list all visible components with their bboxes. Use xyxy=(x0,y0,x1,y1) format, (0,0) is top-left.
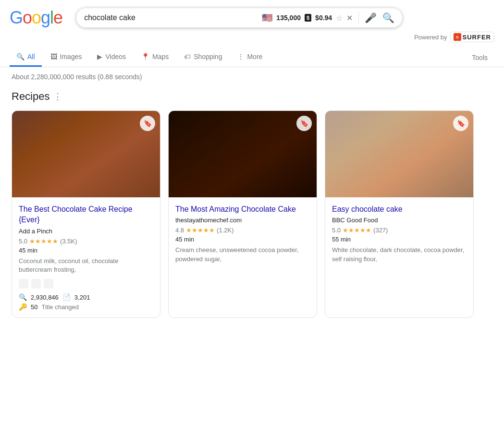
recipe-image-placeholder-3 xyxy=(325,111,473,197)
recipe-image-2: 🔖 xyxy=(169,111,317,197)
logo-o2: o xyxy=(32,8,41,28)
rating-stars-2: ★★★★★ xyxy=(186,227,215,234)
tab-videos[interactable]: ▶ Videos xyxy=(90,48,133,67)
search-submit-icon[interactable]: 🔍 xyxy=(382,12,394,24)
tab-images[interactable]: 🖼 Images xyxy=(44,48,89,67)
favorite-star-icon[interactable]: ☆ xyxy=(336,13,343,23)
logo-g2: g xyxy=(41,8,50,28)
bookmark-icon-3: 🔖 xyxy=(457,120,465,127)
cpc-badge: $ xyxy=(305,14,311,22)
recipe-card-1: 🔖 The Best Chocolate Cake Recipe {Ever} … xyxy=(12,110,160,318)
clear-search-icon[interactable]: ✕ xyxy=(346,13,353,23)
tab-shopping[interactable]: 🏷 Shopping xyxy=(177,48,229,67)
tab-videos-label: Videos xyxy=(105,53,126,60)
logo-e: e xyxy=(53,8,62,28)
rating-count-1: (3.5K) xyxy=(60,238,77,245)
recipe-source-2: thestayathomechef.com xyxy=(175,217,310,224)
recipe-image-placeholder-2 xyxy=(169,111,317,197)
logo-o1: o xyxy=(23,8,32,28)
powered-by-bar: Powered by S SURFER xyxy=(0,32,504,46)
surfer-brand-text: SURFER xyxy=(463,34,491,41)
header: Google 🇺🇸 135,000 $ $0.94 ☆ ✕ 🎤 🔍 xyxy=(0,0,504,32)
recipe-title-2[interactable]: The Most Amazing Chocolate Cake xyxy=(175,204,310,215)
recipe-source-1: Add a Pinch xyxy=(19,228,153,235)
search-stat-value: 2,930,846 xyxy=(31,294,59,301)
tab-images-label: Images xyxy=(60,53,82,60)
logo-l: l xyxy=(50,8,53,28)
results-count-text: About 2,280,000,000 results (0.88 second… xyxy=(12,73,142,81)
recipe-tag-1a xyxy=(19,279,28,289)
surfer-badge: S SURFER xyxy=(450,32,494,42)
recipe-tags-1 xyxy=(19,279,153,289)
bookmark-icon-2: 🔖 xyxy=(300,120,308,127)
recipe-card-2: 🔖 The Most Amazing Chocolate Cake thesta… xyxy=(168,110,317,318)
tab-more-label: More xyxy=(247,53,262,60)
bookmark-button-1[interactable]: 🔖 xyxy=(140,116,155,131)
recipe-ingredients-1: Coconut milk, coconut oil, chocolate but… xyxy=(19,257,153,274)
title-changed-label: Title changed xyxy=(41,303,79,311)
tab-all[interactable]: 🔍 All xyxy=(10,48,42,67)
tab-shopping-label: Shopping xyxy=(194,53,222,60)
recipe-rating-1: 5.0 ★★★★★ (3.5K) xyxy=(19,238,153,245)
rating-score-2: 4.8 xyxy=(175,227,184,234)
recipe-stats-1: 🔍 2,930,846 📄 3,201 🔑 50 Title changed xyxy=(19,293,153,311)
search-stat-icon: 🔍 xyxy=(19,293,27,301)
us-flag-icon: 🇺🇸 xyxy=(262,12,272,23)
page-stat-icon: 📄 xyxy=(62,293,71,301)
recipe-time-2: 45 min xyxy=(175,236,310,243)
recipe-cards-container: 🔖 The Best Chocolate Cake Recipe {Ever} … xyxy=(12,110,492,318)
cpc-value: $0.94 xyxy=(315,14,332,22)
search-input[interactable] xyxy=(84,13,256,22)
recipe-title-3[interactable]: Easy chocolate cake xyxy=(332,204,467,215)
logo-g: G xyxy=(10,8,23,28)
recipe-stat-row-key: 🔑 50 Title changed xyxy=(19,303,153,311)
tools-button[interactable]: Tools xyxy=(465,49,494,66)
search-volume: 135,000 xyxy=(276,14,301,22)
recipe-image-1: 🔖 xyxy=(12,111,160,197)
images-tab-icon: 🖼 xyxy=(50,53,57,60)
recipe-card-3: 🔖 Easy chocolate cake BBC Good Food 5.0 … xyxy=(325,110,474,318)
search-meta: 🇺🇸 135,000 $ $0.94 ☆ ✕ xyxy=(262,12,353,23)
recipe-time-3: 55 min xyxy=(332,236,467,243)
rating-score-1: 5.0 xyxy=(19,238,27,245)
recipe-source-3: BBC Good Food xyxy=(332,217,467,224)
tab-more[interactable]: ⋮ More xyxy=(231,48,269,67)
rating-score-3: 5.0 xyxy=(332,227,341,234)
tab-maps[interactable]: 📍 Maps xyxy=(135,48,175,67)
recipes-more-options-icon[interactable]: ⋮ xyxy=(53,91,62,102)
tab-all-label: All xyxy=(27,53,35,60)
results-summary: About 2,280,000,000 results (0.88 second… xyxy=(0,67,504,86)
key-stat-icon: 🔑 xyxy=(19,303,27,311)
search-bar[interactable]: 🇺🇸 135,000 $ $0.94 ☆ ✕ 🎤 🔍 xyxy=(76,8,403,28)
google-logo: Google xyxy=(10,8,62,28)
microphone-icon[interactable]: 🎤 xyxy=(365,12,377,24)
recipes-section: Recipes ⋮ 🔖 The Best Chocolate Cake Reci… xyxy=(0,86,504,327)
recipe-time-1: 45 min xyxy=(19,247,153,254)
bookmark-button-2[interactable]: 🔖 xyxy=(296,116,312,131)
powered-by-text: Powered by xyxy=(414,34,447,41)
rating-stars-3: ★★★★★ xyxy=(343,227,371,234)
recipe-image-3: 🔖 xyxy=(325,111,473,197)
bookmark-button-3[interactable]: 🔖 xyxy=(453,116,468,131)
recipe-ingredients-3: White chocolate, dark chocolate, cocoa p… xyxy=(332,246,467,263)
recipes-section-title: Recipes xyxy=(12,90,49,103)
recipe-ingredients-2: Cream cheese, unsweetened cocoa powder, … xyxy=(175,246,310,263)
nav-tabs: 🔍 All 🖼 Images ▶ Videos 📍 Maps 🏷 Shoppin… xyxy=(0,46,504,67)
tab-maps-label: Maps xyxy=(152,53,169,60)
powered-by: Powered by S SURFER xyxy=(414,32,494,42)
recipe-info-1: The Best Chocolate Cake Recipe {Ever} Ad… xyxy=(12,197,160,317)
recipe-stat-row-search: 🔍 2,930,846 📄 3,201 xyxy=(19,293,153,301)
bookmark-icon-1: 🔖 xyxy=(144,120,152,127)
maps-tab-icon: 📍 xyxy=(141,53,149,60)
rating-count-3: (327) xyxy=(373,227,388,234)
recipe-info-3: Easy chocolate cake BBC Good Food 5.0 ★★… xyxy=(325,197,473,275)
videos-tab-icon: ▶ xyxy=(97,53,102,60)
search-divider xyxy=(358,12,359,24)
recipe-title-1[interactable]: The Best Chocolate Cake Recipe {Ever} xyxy=(19,204,153,226)
recipes-section-header: Recipes ⋮ xyxy=(12,90,492,103)
shopping-tab-icon: 🏷 xyxy=(184,53,191,60)
key-stat-value: 50 xyxy=(31,303,37,311)
rating-count-2: (1.2K) xyxy=(217,227,234,234)
recipe-tag-1c xyxy=(44,279,53,289)
recipe-rating-3: 5.0 ★★★★★ (327) xyxy=(332,227,467,234)
